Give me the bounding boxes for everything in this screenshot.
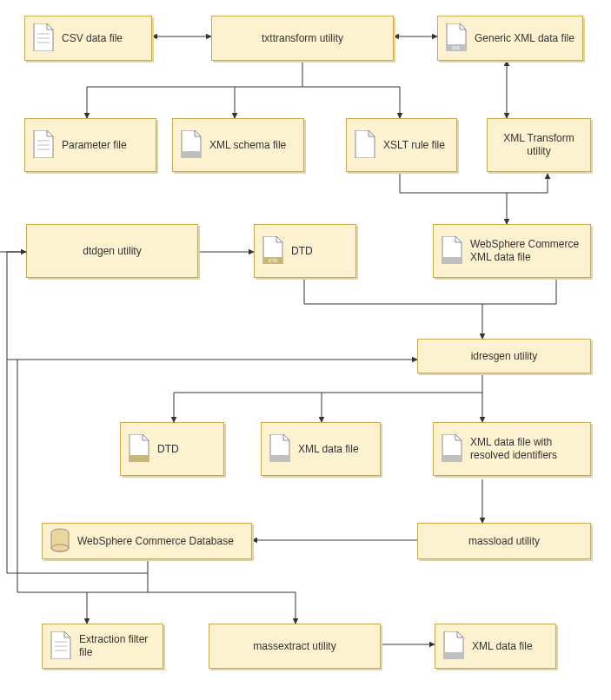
svg-rect-45 bbox=[270, 455, 289, 462]
node-label: CSV data file bbox=[62, 32, 144, 45]
xml-file-icon bbox=[180, 130, 203, 161]
node-resolved-xml: XML data file with resolved identifiers bbox=[433, 422, 591, 476]
node-wc-database: WebSphere Commerce Database bbox=[42, 523, 252, 559]
node-xml-schema: XML schema file bbox=[172, 118, 304, 172]
dtd-file-icon bbox=[128, 434, 150, 465]
node-dtd-1: DTD DTD bbox=[254, 224, 356, 278]
svg-rect-44 bbox=[130, 455, 149, 462]
node-ws-commerce-xml: WebSphere Commerce XML data file bbox=[433, 224, 591, 278]
node-label: XML data file bbox=[298, 443, 373, 456]
file-icon bbox=[50, 631, 72, 662]
svg-rect-46 bbox=[442, 455, 462, 462]
node-label: XML schema file bbox=[209, 139, 296, 152]
node-label: XML data file bbox=[472, 640, 548, 653]
node-label: dtdgen utility bbox=[34, 245, 190, 258]
dtd-file-icon: DTD bbox=[262, 236, 284, 267]
node-label: WebSphere Commerce XML data file bbox=[470, 238, 583, 264]
xml-file-icon: XML bbox=[445, 23, 468, 54]
svg-text:DTD: DTD bbox=[269, 258, 278, 263]
node-dtd-2: DTD bbox=[120, 422, 224, 476]
database-icon bbox=[50, 528, 70, 555]
xml-file-icon bbox=[269, 434, 291, 465]
file-icon bbox=[32, 130, 55, 161]
node-label: txttransform utility bbox=[219, 32, 386, 45]
svg-rect-49 bbox=[444, 652, 463, 659]
node-label: XML Transform utility bbox=[495, 132, 583, 158]
node-label: Generic XML data file bbox=[475, 32, 575, 45]
node-xslt-rule: XSLT rule file bbox=[346, 118, 457, 172]
node-massload: massload utility bbox=[417, 523, 591, 559]
node-label: DTD bbox=[157, 443, 216, 456]
node-label: XSLT rule file bbox=[383, 139, 449, 152]
node-label: massextract utility bbox=[216, 640, 373, 653]
file-icon bbox=[354, 130, 376, 161]
node-extraction-filter: Extraction filter file bbox=[42, 624, 163, 669]
node-generic-xml: XML Generic XML data file bbox=[437, 16, 583, 61]
node-massextract: massextract utility bbox=[209, 624, 381, 669]
node-label: Parameter file bbox=[62, 139, 149, 152]
node-csv-data-file: CSV data file bbox=[24, 16, 152, 61]
node-label: DTD bbox=[291, 245, 349, 258]
svg-text:XML: XML bbox=[452, 45, 462, 50]
node-idresgen: idresgen utility bbox=[417, 339, 591, 373]
node-xml-file-2: XML data file bbox=[261, 422, 381, 476]
file-icon bbox=[32, 23, 55, 54]
node-dtdgen: dtdgen utility bbox=[26, 224, 198, 278]
node-label: Extraction filter file bbox=[79, 633, 156, 659]
node-xml-file-3: XML data file bbox=[435, 624, 556, 669]
node-txttransform: txttransform utility bbox=[211, 16, 394, 61]
xml-file-icon bbox=[442, 631, 465, 662]
node-xml-transform: XML Transform utility bbox=[487, 118, 591, 172]
xml-file-icon bbox=[441, 236, 463, 267]
node-parameter-file: Parameter file bbox=[24, 118, 156, 172]
node-label: idresgen utility bbox=[425, 350, 583, 363]
xml-file-icon bbox=[441, 434, 463, 465]
svg-rect-43 bbox=[442, 257, 462, 264]
node-label: WebSphere Commerce Database bbox=[77, 535, 244, 548]
svg-rect-40 bbox=[182, 151, 201, 158]
node-label: XML data file with resolved identifiers bbox=[470, 436, 583, 462]
node-label: massload utility bbox=[425, 535, 583, 548]
